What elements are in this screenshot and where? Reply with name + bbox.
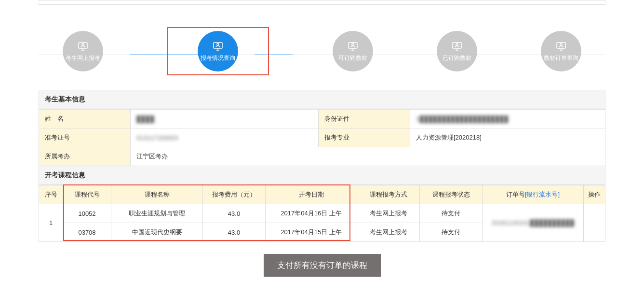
id-value: 3████████████████████ (416, 115, 508, 123)
course-info-header: 开考课程信息 (39, 166, 605, 185)
col-seq: 序号 (39, 185, 63, 204)
id-label: 身份证件 (319, 110, 410, 128)
major-value: 人力资源管理[2020218] (410, 128, 605, 147)
name-value: ████ (136, 115, 154, 123)
table-row: 1 10052 职业生涯规划与管理 43.0 2017年04月16日 上午 考生… (39, 204, 605, 223)
col-name: 课程名称 (111, 185, 203, 204)
student-info-table: 姓 名 ████ 身份证件 3████████████████████ 准考证号… (39, 109, 605, 166)
office-label: 所属考办 (39, 147, 131, 166)
cell-status: 待支付 (420, 223, 483, 242)
cell-name: 中国近现代史纲要 (111, 223, 203, 242)
course-header-row: 序号 课程代号 课程名称 报考费用（元） 开考日期 课程报考方式 课程报考状态 … (39, 185, 605, 204)
step-query-registration[interactable]: 报考情况查询 (198, 31, 238, 71)
monitor-user-icon (77, 41, 89, 52)
cell-method: 考生网上报考 (357, 223, 420, 242)
col-order: 订单号[银行流水号] (483, 185, 584, 204)
col-code: 课程代号 (63, 185, 111, 204)
cell-date: 2017年04月15日 上午 (266, 223, 357, 242)
monitor-user-icon (555, 41, 567, 52)
cell-date: 2017年04月16日 上午 (266, 204, 357, 223)
major-label: 报考专业 (319, 128, 410, 147)
col-fee: 报考费用（元） (203, 185, 266, 204)
col-date: 开考日期 (266, 185, 357, 204)
bank-flow-link[interactable]: [银行流水号] (525, 191, 560, 198)
step-label: 已订购教材 (443, 54, 471, 62)
top-divider-box (39, 0, 605, 5)
course-table: 序号 课程代号 课程名称 报考费用（元） 开考日期 课程报考方式 课程报考状态 … (39, 185, 605, 242)
svg-point-7 (217, 43, 219, 45)
cell-seq: 1 (39, 204, 63, 242)
step-ordered-materials[interactable]: 已订购教材 (437, 31, 477, 71)
name-label: 姓 名 (39, 110, 131, 128)
col-status: 课程报考状态 (420, 185, 483, 204)
cell-fee: 43.0 (203, 204, 266, 223)
svg-point-15 (456, 43, 458, 45)
step-label: 教材订单查询 (544, 54, 578, 62)
step-order-query[interactable]: 教材订单查询 (541, 31, 581, 71)
step-navigation: 考生网上报考 报考情况查询 可订购教材 已订购教材 (39, 8, 605, 90)
cell-status: 待支付 (420, 204, 483, 223)
step-available-materials[interactable]: 可订购教材 (333, 31, 373, 71)
col-method: 课程报考方式 (357, 185, 420, 204)
student-info-header: 考生基本信息 (39, 90, 605, 109)
exam-no-value: 013117100003 (136, 134, 178, 141)
step-label: 可订购教材 (338, 54, 367, 62)
step-label: 报考情况查询 (201, 54, 235, 62)
monitor-user-icon (212, 41, 224, 52)
pay-all-button[interactable]: 支付所有没有订单的课程 (264, 254, 381, 277)
cell-fee: 43.0 (203, 223, 266, 242)
office-value: 江宁区考办 (131, 147, 605, 166)
cell-order: 20161130101██████████ (483, 204, 584, 242)
svg-point-19 (560, 43, 562, 45)
cell-code: 10052 (63, 204, 111, 223)
svg-point-3 (82, 43, 84, 45)
step-highlight-box: 报考情况查询 (167, 27, 269, 75)
cell-method: 考生网上报考 (357, 204, 420, 223)
step-online-register[interactable]: 考生网上报考 (63, 31, 103, 71)
cell-code: 03708 (63, 223, 111, 242)
monitor-user-icon (451, 41, 463, 52)
svg-point-11 (352, 43, 354, 45)
cell-name: 职业生涯规划与管理 (111, 204, 203, 223)
step-label: 考生网上报考 (66, 54, 100, 62)
monitor-user-icon (347, 41, 359, 52)
col-op: 操作 (584, 185, 605, 204)
cell-op (584, 204, 605, 242)
exam-no-label: 准考证号 (39, 128, 131, 147)
